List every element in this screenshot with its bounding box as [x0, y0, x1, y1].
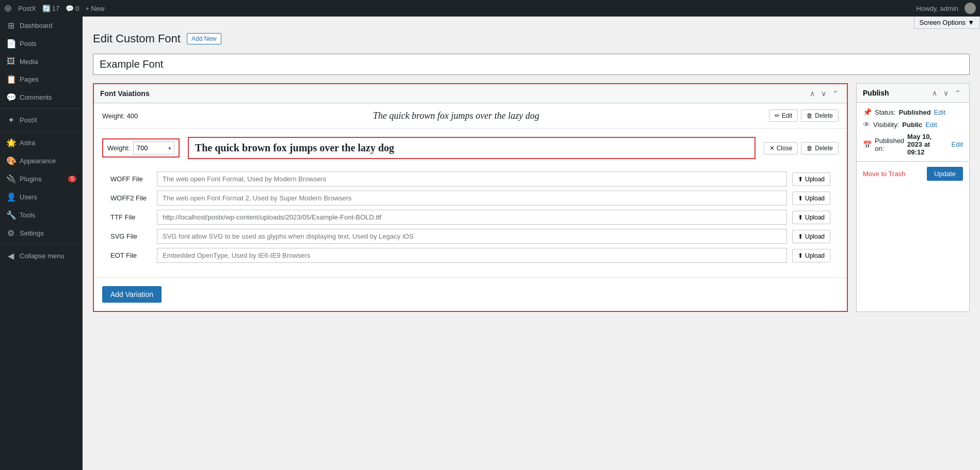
ttf-input[interactable] [157, 210, 787, 225]
weight-400-label: Weight: 400 [102, 112, 143, 120]
add-new-button[interactable]: Add New [187, 33, 221, 44]
font-name-input[interactable] [93, 54, 970, 75]
sidebar-item-comments[interactable]: 💬 Comments [0, 88, 83, 106]
plugins-badge: 5 [68, 176, 76, 182]
ttf-label: TTF File [110, 213, 152, 221]
upload-icon-2: ⬆ [798, 195, 803, 202]
eot-upload-button[interactable]: ⬆ Upload [792, 249, 830, 262]
row1-action-btns: ✏ Edit 🗑 Delete [769, 109, 839, 122]
sidebar-item-plugins[interactable]: 🔌 Plugins 5 [0, 170, 83, 188]
svg-upload-button[interactable]: ⬆ Upload [792, 230, 830, 243]
update-button[interactable]: Update [927, 167, 963, 181]
sidebar-item-astra[interactable]: 🌟 Astra [0, 134, 83, 152]
content-right-layout: Font Vaiations ∧ ∨ ⌃ Weight: 400 The qui… [93, 83, 970, 312]
edit-400-button[interactable]: ✏ Edit [769, 109, 798, 122]
svg-input[interactable] [157, 229, 787, 244]
publish-controls: ∧ ∨ ⌃ [930, 88, 963, 98]
eot-label: EOT File [110, 252, 152, 259]
users-icon: 👤 [6, 192, 15, 202]
sidebar-item-label: Pages [20, 75, 76, 83]
sidebar-item-label: Appearance [20, 157, 76, 165]
sidebar-item-label: Plugins [20, 175, 64, 183]
publish-collapse-up-button[interactable]: ∧ [930, 88, 939, 98]
published-value: May 10, 2023 at 09:12 [907, 133, 948, 156]
updates-count: 17 [52, 5, 59, 12]
close-700-button[interactable]: ✕ Close [764, 142, 798, 154]
appearance-icon: 🎨 [6, 156, 15, 166]
screen-options-button[interactable]: Screen Options ▼ [914, 17, 980, 29]
metabox-collapse-up-button[interactable]: ∧ [808, 88, 817, 99]
metabox-collapse-down-button[interactable]: ∨ [819, 88, 828, 99]
visibility-row: 👁 Visibility: Public Edit [863, 120, 963, 129]
metabox-close-button[interactable]: ⌃ [830, 88, 841, 99]
sidebar-item-users[interactable]: 👤 Users [0, 188, 83, 206]
sidebar: ⊞ Dashboard 📄 Posts 🖼 Media 📋 Pages 💬 Co… [0, 17, 83, 470]
updates-badge[interactable]: 🔄 17 [42, 5, 59, 12]
woff-input[interactable] [157, 171, 787, 186]
sidebar-item-tools[interactable]: 🔧 Tools [0, 206, 83, 224]
add-variation-button[interactable]: Add Variation [102, 286, 162, 303]
pages-icon: 📋 [6, 74, 15, 84]
upload-icon-5: ⬆ [798, 252, 803, 259]
new-button[interactable]: + New [85, 5, 104, 12]
page-title: Edit Custom Font [93, 32, 181, 45]
sidebar-item-media[interactable]: 🖼 Media [0, 53, 83, 70]
ttf-row: TTF File ⬆ Upload [110, 210, 830, 225]
site-name[interactable]: PostX [18, 5, 36, 12]
published-edit-link[interactable]: Edit [952, 140, 963, 148]
visibility-icon: 👁 [863, 120, 870, 129]
status-label: Status: [875, 108, 895, 116]
svg-label: SVG File [110, 232, 152, 240]
sidebar-item-pages[interactable]: 📋 Pages [0, 70, 83, 88]
sidebar-item-appearance[interactable]: 🎨 Appearance [0, 152, 83, 170]
sidebar-item-collapse[interactable]: ◀ Collapse menu [0, 247, 83, 265]
woff2-upload-button[interactable]: ⬆ Upload [792, 192, 830, 205]
pencil-icon: ✏ [775, 112, 780, 119]
woff2-label: WOFF2 File [110, 194, 152, 202]
preview-bold-wrapper: The quick brown fox jumps over the lazy … [188, 137, 756, 159]
upload-icon-4: ⬆ [798, 233, 803, 240]
preview-text-700: The quick brown fox jumps over the lazy … [195, 142, 394, 153]
ttf-upload-button[interactable]: ⬆ Upload [792, 211, 830, 224]
media-icon: 🖼 [6, 57, 15, 66]
sidebar-item-label: Posts [20, 40, 76, 48]
sidebar-item-dashboard[interactable]: ⊞ Dashboard [0, 17, 83, 35]
avatar [965, 3, 976, 14]
status-edit-link[interactable]: Edit [934, 108, 945, 116]
dashboard-icon: ⊞ [6, 21, 15, 30]
eot-input[interactable] [157, 248, 787, 263]
woff-upload-button[interactable]: ⬆ Upload [792, 173, 830, 186]
sidebar-item-posts[interactable]: 📄 Posts [0, 35, 83, 53]
publish-title: Publish [863, 89, 930, 97]
screen-options-label: Screen Options [920, 19, 966, 26]
delete-700-button[interactable]: 🗑 Delete [801, 142, 839, 154]
publish-close-button[interactable]: ⌃ [953, 88, 963, 98]
sidebar-item-label: Users [20, 193, 76, 201]
status-row: 📌 Status: Published Edit [863, 108, 963, 116]
sidebar-item-label: Media [20, 58, 76, 66]
refresh-icon: 🔄 [42, 5, 51, 12]
sidebar-item-label: Settings [20, 229, 76, 237]
comments-count: 0 [75, 5, 79, 12]
top-bar: ⊛ PostX 🔄 17 💬 0 + New Howdy, admin [0, 0, 980, 17]
comments-link[interactable]: 💬 0 [66, 5, 79, 12]
close-icon: ✕ [769, 145, 775, 152]
wp-logo-icon: ⊛ [4, 3, 12, 14]
plugins-icon: 🔌 [6, 174, 15, 184]
status-value: Published [898, 108, 930, 116]
move-to-trash-link[interactable]: Move to Trash [863, 170, 905, 178]
comment-bubble-icon: 💬 [66, 5, 74, 12]
sidebar-item-label: Collapse menu [20, 252, 76, 260]
woff2-input[interactable] [157, 191, 787, 206]
publish-footer: Move to Trash Update [857, 162, 969, 186]
publish-header: Publish ∧ ∨ ⌃ [857, 84, 969, 103]
metabox-title: Font Vaiations [100, 89, 808, 98]
delete-400-button[interactable]: 🗑 Delete [801, 109, 839, 122]
sidebar-item-postx[interactable]: ✦ PostX [0, 111, 83, 129]
sidebar-item-settings[interactable]: ⚙ Settings [0, 224, 83, 242]
posts-icon: 📄 [6, 39, 15, 49]
visibility-edit-link[interactable]: Edit [925, 121, 937, 129]
publish-collapse-down-button[interactable]: ∨ [941, 88, 951, 98]
sidebar-item-label: PostX [20, 116, 76, 124]
weight-select[interactable]: 100200300400500600700800900 [133, 142, 174, 154]
